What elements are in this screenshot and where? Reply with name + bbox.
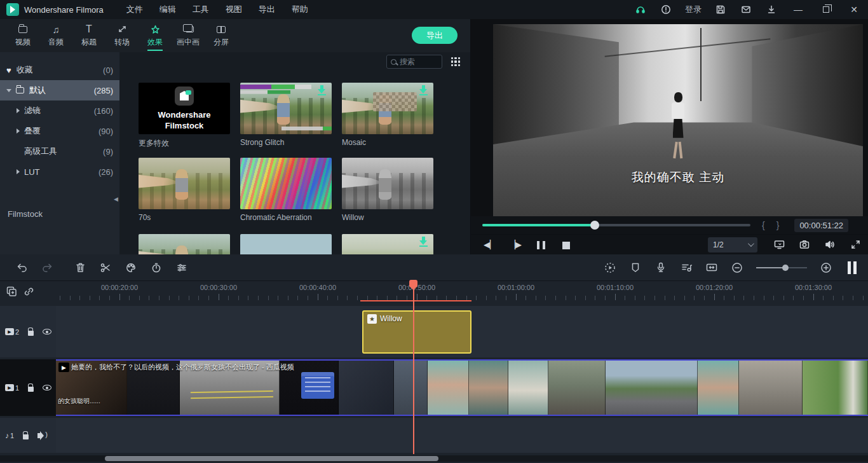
video-subtitle: 我的确不敢 主动 — [493, 169, 863, 186]
effect-card-mosaic[interactable]: Mosaic — [342, 83, 433, 147]
effect-card-filmstock[interactable]: Wondershare Filmstock 更多特效 — [139, 83, 230, 149]
seek-handle[interactable] — [590, 221, 599, 230]
screen-icon[interactable] — [766, 240, 792, 249]
headset-icon[interactable] — [628, 0, 653, 19]
adjust-icon[interactable] — [169, 254, 194, 281]
effects-icon — [151, 24, 160, 35]
grid-view-icon[interactable] — [451, 57, 460, 66]
effect-card-partial[interactable] — [342, 234, 433, 254]
palette-icon[interactable] — [118, 254, 144, 281]
zoom-out-icon[interactable] — [724, 254, 750, 281]
effect-card-strong-glitch[interactable]: Strong Glitch — [240, 83, 332, 147]
seek-progress — [482, 224, 595, 226]
add-track-icon[interactable] — [6, 286, 17, 300]
snapshot-icon[interactable] — [792, 240, 817, 249]
menu-view[interactable]: 视图 — [226, 4, 242, 15]
effect-card-70s[interactable]: 70s — [139, 158, 230, 222]
fit-timeline-icon[interactable] — [699, 254, 724, 281]
lock-icon[interactable] — [28, 387, 34, 392]
menu-edit[interactable]: 编辑 — [159, 4, 176, 15]
effect-card-willow[interactable]: Willow — [342, 158, 433, 222]
fullscreen-icon[interactable] — [843, 240, 868, 249]
timeline-pause-icon[interactable] — [848, 261, 857, 274]
mark-in-out[interactable]: {} — [762, 220, 790, 230]
audio-track-1[interactable]: ♪1 — [0, 418, 868, 453]
effect-thumb — [240, 158, 332, 209]
timeline-hscroll-bar[interactable] — [105, 456, 438, 461]
timeline-ruler[interactable]: 00:00:20:00 00:00:30:00 00:00:40:00 00:0… — [0, 281, 868, 304]
mail-icon[interactable] — [733, 0, 759, 19]
minimize-button[interactable]: — — [784, 0, 812, 19]
marker-icon[interactable] — [623, 254, 648, 281]
microphone-icon[interactable] — [648, 254, 674, 281]
render-preview-icon[interactable] — [597, 254, 623, 281]
effect-card-partial[interactable] — [240, 234, 332, 254]
zoom-slider-handle[interactable] — [782, 265, 789, 271]
undo-icon[interactable] — [9, 254, 34, 281]
lock-icon[interactable] — [23, 434, 29, 439]
menu-help[interactable]: 帮助 — [292, 4, 308, 15]
effects-content: 搜索 Wondershare Filmstock 更多特效 — [119, 52, 470, 254]
sidebar-item-filmstock[interactable]: Filmstock — [0, 209, 119, 219]
restore-button[interactable] — [812, 0, 840, 19]
info-icon[interactable] — [653, 0, 679, 19]
tab-splitscreen[interactable]: 分屏 — [205, 19, 238, 52]
timeline-zoom-slider[interactable] — [756, 267, 807, 268]
sidebar-item-overlays[interactable]: 叠覆 (90) — [0, 121, 119, 141]
playhead-line[interactable] — [413, 281, 414, 454]
tab-pip[interactable]: 画中画 — [172, 19, 205, 52]
sidebar-item-filters[interactable]: 滤镜 (160) — [0, 100, 119, 121]
panel-collapse-icon[interactable]: ◀ — [114, 196, 118, 202]
track-area: ▶2 ★ Willow ▶ 她要的，我给不 — [0, 304, 868, 454]
item-count: (9) — [103, 147, 113, 156]
tab-effects[interactable]: 效果 — [139, 19, 172, 52]
volume-icon[interactable] — [817, 240, 843, 249]
sidebar-item-advanced-tools[interactable]: 高级工具 (9) — [0, 141, 119, 162]
track-1[interactable]: ▶ 她要的，我给不了？以后的视频，这个俄罗斯女孩不会出现了 - 西瓜视频 的女孩… — [0, 359, 868, 416]
sidebar-item-lut[interactable]: LUT (26) — [0, 162, 119, 182]
lock-icon[interactable] — [28, 331, 34, 336]
sidebar-item-favorites[interactable]: ♥ 收藏 (0) — [0, 60, 119, 80]
stop-icon[interactable] — [553, 240, 579, 249]
save-icon[interactable] — [708, 0, 733, 19]
download-icon[interactable] — [759, 0, 784, 19]
quality-dropdown[interactable]: 1/2 — [708, 237, 757, 252]
zoom-in-icon[interactable] — [813, 254, 839, 281]
folder-icon — [16, 87, 24, 93]
export-button[interactable]: 导出 — [412, 27, 458, 44]
eye-icon[interactable] — [43, 385, 51, 390]
menu-export[interactable]: 导出 — [259, 4, 275, 15]
track-2[interactable]: ▶2 ★ Willow — [0, 306, 868, 357]
seek-bar[interactable] — [482, 224, 750, 226]
audio-mixer-icon[interactable] — [674, 254, 699, 281]
prev-frame-icon[interactable]: ◀▏ — [477, 240, 503, 249]
eye-icon[interactable] — [43, 329, 51, 335]
effect-card-chromatic-aberration[interactable]: Chromatic Aberration — [240, 158, 332, 222]
tab-pip-label: 画中画 — [177, 37, 200, 48]
effect-card-partial[interactable] — [139, 234, 230, 254]
tab-audio[interactable]: ♫ 音频 — [39, 19, 72, 52]
search-input[interactable]: 搜索 — [386, 55, 442, 69]
link-icon[interactable] — [24, 286, 34, 300]
close-button[interactable]: ✕ — [840, 0, 868, 19]
item-count: (26) — [98, 167, 113, 177]
sidebar-item-default[interactable]: 默认 (285) — [0, 80, 119, 100]
video-clip-strip[interactable]: ▶ 她要的，我给不了？以后的视频，这个俄罗斯女孩不会出现了 - 西瓜视频 的女孩… — [56, 359, 868, 416]
speaker-icon[interactable] — [37, 433, 41, 438]
tab-transitions[interactable]: 转场 — [105, 19, 139, 52]
pause-icon[interactable] — [528, 240, 553, 249]
delete-icon[interactable] — [67, 254, 93, 281]
menu-tools[interactable]: 工具 — [193, 4, 209, 15]
redo-icon[interactable] — [34, 254, 60, 281]
scissors-icon[interactable] — [93, 254, 118, 281]
media-tabbar: 视频 ♫ 音频 T 标题 转场 — [0, 19, 470, 52]
play-next-frame-icon[interactable]: ▕▶ — [503, 240, 528, 249]
tab-titles[interactable]: T 标题 — [72, 19, 105, 52]
speed-icon[interactable] — [144, 254, 169, 281]
menu-file[interactable]: 文件 — [126, 4, 143, 15]
clip-willow[interactable]: ★ Willow — [362, 310, 471, 354]
tab-video[interactable]: 视频 — [6, 19, 39, 52]
preview-video-area: 我的确不敢 主动 — [471, 19, 868, 216]
login-button[interactable]: 登录 — [679, 4, 708, 15]
sidebar-item-label: 收藏 — [17, 64, 33, 76]
